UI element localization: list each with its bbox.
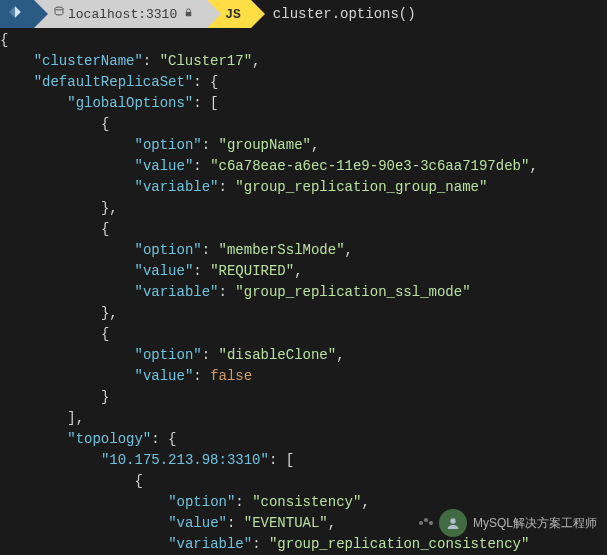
host-text: localhost:3310 [68, 7, 177, 22]
svg-rect-1 [185, 12, 191, 16]
lock-icon [181, 7, 195, 22]
wechat-avatar-icon [439, 509, 467, 537]
watermark-dots-icon [419, 518, 433, 528]
mode-label: JS [225, 7, 241, 22]
prompt-bar: localhost:3310 JS cluster.options() [0, 0, 607, 28]
prompt-seg-host: localhost:3310 [34, 0, 207, 28]
watermark: MySQL解决方案工程师 [419, 509, 597, 537]
mysql-icon [8, 5, 22, 23]
database-icon [52, 6, 66, 22]
json-output: { "clusterName": "Cluster17", "defaultRe… [0, 28, 607, 555]
watermark-text: MySQL解决方案工程师 [473, 515, 597, 532]
svg-point-2 [450, 518, 455, 523]
command-text[interactable]: cluster.options() [251, 6, 416, 22]
prompt-seg-mysql [0, 0, 34, 28]
svg-point-0 [55, 7, 63, 10]
